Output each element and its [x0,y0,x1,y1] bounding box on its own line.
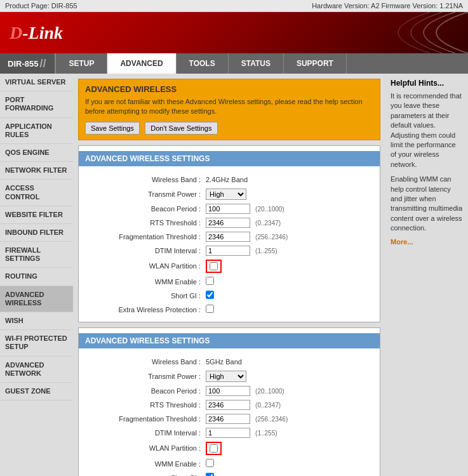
short-gi-checkbox-5[interactable] [206,473,214,476]
tab-tools[interactable]: TOOLS [177,53,229,74]
sidebar-item-website-filter[interactable]: WEBSITE FILTER [0,206,73,224]
sidebar-item-wish[interactable]: WISH [0,312,73,330]
sidebar-item-qos-engine[interactable]: QOS ENGINE [0,144,73,162]
frag-threshold-value-24: (256..2346) [206,232,288,242]
beacon-period-input-5[interactable] [206,386,250,396]
settings-24ghz-title: ADVANCED WIRELESS SETTINGS [79,151,380,166]
frag-threshold-label-24: Fragmentation Threshold : [79,233,206,241]
rts-threshold-input-24[interactable] [206,218,250,228]
rts-threshold-input-5[interactable] [206,400,250,410]
wmm-enable-label-5: WMM Enable : [79,460,206,468]
dtim-interval-input-24[interactable] [206,246,250,256]
short-gi-row-5: Short GI : [79,471,380,476]
sidebar-item-wifi-protected-setup[interactable]: WI-FI PROTECTED SETUP [0,330,73,356]
beacon-period-value-5: (20..1000) [206,386,284,396]
right-panel: Helpful Hints... It is recommended that … [385,74,468,476]
short-gi-row-24: Short GI : [79,289,380,303]
dont-save-settings-button[interactable]: Don't Save Settings [145,122,217,135]
short-gi-label-24: Short GI : [79,292,206,300]
frag-threshold-row-24: Fragmentation Threshold : (256..2346) [79,230,380,244]
sidebar-item-port-forwarding[interactable]: PORT FORWARDING [0,91,73,117]
tab-support[interactable]: SUPPORT [284,53,347,74]
transmit-power-value-24: High Medium Low [206,188,246,200]
sidebar-item-access-control[interactable]: ACCESS CONTROL [0,180,73,206]
extra-protection-checkbox-24[interactable] [206,305,214,313]
frag-threshold-row-5: Fragmentation Threshold : (256..2346) [79,412,380,426]
transmit-power-select-24[interactable]: High Medium Low [206,188,246,200]
sidebar-item-firewall-settings[interactable]: FIREWALL SETTINGS [0,242,73,268]
header-decoration [277,12,468,53]
separator: // [39,57,46,70]
sidebar-item-routing[interactable]: ROUTING [0,268,73,286]
frag-threshold-label-5: Fragmentation Threshold : [79,415,206,423]
sidebar-item-advanced-wireless[interactable]: ADVANCED WIRELESS [0,286,73,312]
sidebar-item-inbound-filter[interactable]: INBOUND FILTER [0,224,73,242]
dtim-interval-range-24: (1..255) [255,248,277,255]
beacon-period-value-24: (20..1000) [206,204,284,214]
sidebar-item-application-rules[interactable]: APPLICATION RULES [0,118,73,144]
wmm-enable-checkbox-5[interactable] [206,459,214,467]
rts-threshold-value-24: (0..2347) [206,218,281,228]
rts-threshold-value-5: (0..2347) [206,400,281,410]
dir-label: DIR-855 // [0,53,56,74]
beacon-period-input-24[interactable] [206,204,250,214]
wlan-partition-highlight-24 [206,260,222,273]
wireless-band-label-24: Wireless Band : [79,176,206,183]
tab-status[interactable]: STATUS [229,53,284,74]
main-layout: VIRTUAL SERVER PORT FORWARDING APPLICATI… [0,74,468,476]
dtim-interval-input-5[interactable] [206,428,250,438]
wlan-partition-value-5 [206,442,222,455]
header: D-Link [0,12,468,53]
short-gi-checkbox-24[interactable] [206,291,214,299]
transmit-power-value-5: High Medium Low [206,371,246,382]
wlan-partition-checkbox-5[interactable] [210,444,218,453]
wireless-band-row-5: Wireless Band : 5GHz Band [79,355,380,369]
frag-threshold-input-5[interactable] [206,414,250,424]
advanced-wireless-header: ADVANCED WIRELESS If you are not familia… [78,79,380,140]
button-row: Save Settings Don't Save Settings [85,122,373,135]
logo: D-Link [10,23,63,43]
transmit-power-row-5: Transmit Power : High Medium Low [79,369,380,384]
rts-threshold-row-24: RTS Threshold : (0..2347) [79,216,380,230]
right-panel-more-link[interactable]: More... [391,238,413,246]
save-settings-button[interactable]: Save Settings [85,122,140,135]
wlan-partition-row-5: WLAN Partition : [79,440,380,457]
settings-5ghz: ADVANCED WIRELESS SETTINGS Wireless Band… [78,327,380,476]
frag-threshold-range-24: (256..2346) [255,234,288,241]
transmit-power-row-24: Transmit Power : High Medium Low [79,187,380,202]
rts-threshold-range-5: (0..2347) [255,402,281,409]
frag-threshold-input-24[interactable] [206,232,250,242]
top-bar: Product Page: DIR-855 Hardware Version: … [0,0,468,12]
right-panel-title: Helpful Hints... [391,79,463,88]
transmit-power-select-5[interactable]: High Medium Low [206,371,246,382]
beacon-period-label-5: Beacon Period : [79,387,206,395]
beacon-period-row-24: Beacon Period : (20..1000) [79,202,380,216]
settings-24ghz: ADVANCED WIRELESS SETTINGS Wireless Band… [78,145,380,322]
wlan-partition-checkbox-24[interactable] [210,262,218,270]
sidebar-item-advanced-network[interactable]: ADVANCED NETWORK [0,357,73,383]
transmit-power-label-5: Transmit Power : [79,373,206,380]
frag-threshold-range-5: (256..2346) [255,416,288,423]
content-area: ADVANCED WIRELESS If you are not familia… [73,74,385,476]
wlan-partition-label-5: WLAN Partition : [79,444,206,452]
tab-advanced[interactable]: ADVANCED [107,53,176,74]
short-gi-value-24 [206,291,214,300]
rts-threshold-row-5: RTS Threshold : (0..2347) [79,398,380,412]
rts-threshold-label-5: RTS Threshold : [79,401,206,409]
dtim-interval-range-5: (1..255) [255,430,277,437]
sidebar-item-virtual-server[interactable]: VIRTUAL SERVER [0,74,73,91]
sidebar-item-network-filter[interactable]: NETWORK FILTER [0,162,73,180]
wmm-enable-value-24 [206,277,214,286]
wireless-band-row-24: Wireless Band : 2.4GHz Band [79,173,380,187]
frag-threshold-value-5: (256..2346) [206,414,288,424]
wmm-enable-checkbox-24[interactable] [206,277,214,285]
nav-tabs: DIR-855 // SETUP ADVANCED TOOLS STATUS S… [0,53,468,74]
extra-protection-value-24 [206,305,214,314]
wlan-partition-label-24: WLAN Partition : [79,262,206,270]
tab-setup[interactable]: SETUP [56,53,107,74]
transmit-power-label-24: Transmit Power : [79,190,206,198]
sidebar-item-guest-zone[interactable]: GUEST ZONE [0,383,73,400]
product-label: Product Page: DIR-855 [5,2,77,10]
wlan-partition-value-24 [206,260,222,273]
extra-protection-row-24: Extra Wireless Protection : [79,303,380,317]
